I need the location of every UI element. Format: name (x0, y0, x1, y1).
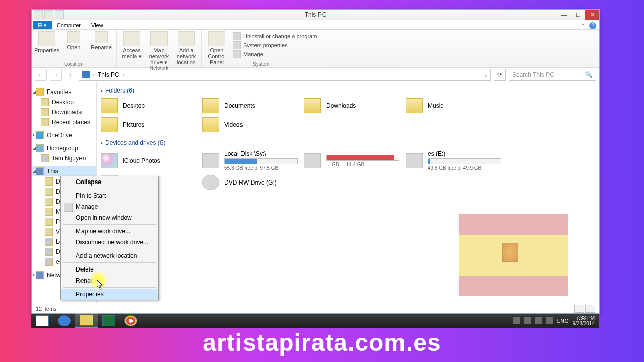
sidebar-item-onedrive[interactable]: ▸OneDrive (32, 130, 96, 140)
tab-view[interactable]: View (86, 21, 108, 29)
qat-dropdown[interactable] (55, 10, 64, 19)
folder-documents[interactable]: Documents (202, 98, 298, 113)
taskbar-excel[interactable] (98, 314, 120, 328)
recent-icon (41, 118, 49, 126)
volume-icon[interactable] (546, 317, 553, 324)
pc-icon (82, 71, 90, 78)
taskbar-ie[interactable] (53, 314, 75, 328)
sidebar-item-recent[interactable]: Recent places (32, 117, 96, 127)
separator (63, 262, 156, 263)
network-icon (36, 271, 44, 279)
access-media-button[interactable]: Access media ▾ (120, 31, 144, 65)
refresh-button[interactable]: ⟳ (494, 69, 506, 81)
language-indicator[interactable]: ENG (557, 318, 569, 324)
network-icon[interactable] (535, 317, 542, 324)
view-toggle (574, 305, 595, 313)
system-tray: ENG 7:38 PM 9/28/2014 (513, 315, 599, 326)
forward-button[interactable]: → (50, 69, 62, 81)
tray-icon[interactable] (524, 317, 531, 324)
help-icon[interactable]: ? (589, 22, 596, 29)
add-network-location-button[interactable]: Add a network location (174, 31, 198, 65)
ctx-rename[interactable]: Rename (61, 275, 158, 286)
ctx-pin-to-start[interactable]: Pin to Start (61, 190, 158, 201)
drive-icloud[interactable]: iCloud Photos (101, 150, 196, 171)
taskbar-chrome[interactable] (120, 314, 142, 328)
close-button[interactable]: ✕ (585, 10, 599, 20)
ctx-map-network-drive[interactable]: Map network drive... (61, 226, 158, 237)
cloud-icon (36, 131, 44, 139)
folder-icon (45, 177, 53, 186)
sidebar-item-homegroup[interactable]: ◢Homegroup (32, 143, 96, 153)
drive-d[interactable]: ... GB ... 14.4 GB (304, 150, 399, 171)
ctx-manage[interactable]: Manage (61, 201, 158, 212)
folder-downloads[interactable]: Downloads (304, 98, 399, 113)
minimize-button[interactable]: — (557, 10, 571, 20)
sidebar-item-user[interactable]: Tam Nguyen (32, 153, 96, 163)
usage-bar (224, 158, 298, 164)
tab-file[interactable]: File (33, 21, 52, 29)
folder-videos[interactable]: Videos (202, 117, 298, 132)
ribbon-help: ⌃ ? (579, 22, 596, 29)
qat-button[interactable] (34, 10, 43, 19)
folder-icon (304, 98, 321, 113)
ctx-delete[interactable]: Delete (61, 264, 158, 275)
sidebar-item-favorites[interactable]: ◢Favorites (32, 87, 96, 97)
properties-icon (38, 31, 55, 46)
map-drive-button[interactable]: Map network drive ▾ (147, 31, 171, 65)
folder-music[interactable]: Music (406, 98, 501, 113)
qat-button[interactable] (44, 10, 53, 19)
manage-button[interactable]: Manage (233, 50, 317, 58)
tab-computer[interactable]: Computer (52, 21, 86, 29)
rename-button[interactable]: Rename (89, 31, 113, 53)
ctx-disconnect-network-drive[interactable]: Disconnect network drive... (61, 237, 158, 248)
sidebar-item-downloads[interactable]: Downloads (32, 107, 96, 117)
folders-grid: Desktop Documents Downloads Music Pictur… (101, 98, 595, 132)
section-drives[interactable]: Devices and drives (6) (101, 139, 595, 146)
collapse-ribbon-icon[interactable]: ⌃ (579, 22, 586, 29)
properties-button[interactable]: Properties (35, 31, 59, 53)
tray-icon[interactable] (513, 317, 520, 324)
hdd-icon (304, 153, 321, 168)
ribbon-group-network: Access media ▾ Map network drive ▾ Add a… (117, 30, 202, 67)
up-button[interactable]: ↑ (65, 69, 76, 80)
ie-icon (58, 315, 71, 326)
clock[interactable]: 7:38 PM 9/28/2014 (573, 315, 595, 326)
folder-icon (45, 218, 53, 226)
open-button[interactable]: Open (62, 31, 86, 53)
ctx-properties[interactable]: Properties (61, 289, 158, 300)
sidebar-item-this-pc[interactable]: ◢This (32, 166, 96, 176)
separator (63, 287, 156, 288)
hdd-icon (202, 153, 219, 168)
ctx-collapse[interactable]: Collapse (61, 176, 158, 188)
system-properties-button[interactable]: System properties (233, 41, 317, 49)
sidebar-item-desktop[interactable]: Desktop (32, 97, 96, 107)
folder-icon (202, 117, 219, 132)
usage-bar (428, 158, 501, 164)
globe-icon (178, 31, 195, 46)
uninstall-program-button[interactable]: Uninstall or change a program (233, 32, 317, 40)
taskbar-explorer[interactable] (75, 313, 98, 328)
open-icon (67, 31, 80, 43)
drive-icon (45, 238, 53, 246)
section-folders[interactable]: Folders (6) (101, 87, 595, 94)
drive-dvd[interactable]: DVD RW Drive (G:) (202, 175, 298, 190)
drive-c[interactable]: Local Disk \Sy:\55.3 GB free of 97.5 GB (202, 150, 298, 171)
drive-e[interactable]: es (E:)49.8 GB free of 49.9 GB (406, 150, 501, 171)
ctx-add-network-location[interactable]: Add a network location (61, 250, 158, 261)
details-view-button[interactable] (574, 305, 584, 313)
start-button[interactable] (31, 314, 53, 328)
search-input[interactable]: Search This PC 🔍 (509, 69, 596, 81)
ctx-open-new-window[interactable]: Open in new window (61, 212, 158, 223)
dvd-icon (202, 175, 219, 190)
maximize-button[interactable]: ☐ (571, 10, 585, 20)
spain-flag-icon (459, 214, 568, 296)
folder-icon (45, 198, 53, 206)
folder-desktop[interactable]: Desktop (101, 98, 196, 113)
chrome-icon (124, 315, 137, 326)
back-button[interactable]: ← (35, 69, 47, 81)
folder-pictures[interactable]: Pictures (101, 117, 196, 132)
icons-view-button[interactable] (585, 305, 595, 313)
drive-icon (45, 258, 53, 266)
addr-dropdown-icon[interactable]: ⌄ (483, 71, 488, 78)
breadcrumb[interactable]: This PC (98, 71, 119, 78)
